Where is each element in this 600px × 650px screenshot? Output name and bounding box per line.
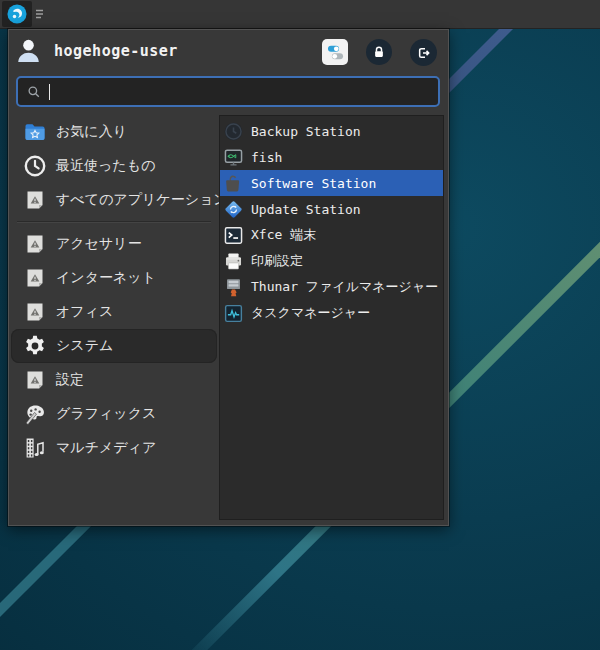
generic-app-icon bbox=[23, 368, 47, 392]
category-item[interactable]: グラフィックス bbox=[11, 397, 217, 431]
application-list: Backup Station fish Software Station Upd… bbox=[219, 115, 444, 520]
all-settings-button[interactable] bbox=[322, 39, 348, 65]
graphics-icon bbox=[23, 402, 47, 426]
category-label: マルチメディア bbox=[56, 439, 156, 457]
top-panel bbox=[0, 0, 600, 29]
whisker-menu-button[interactable] bbox=[2, 1, 32, 27]
search-input[interactable] bbox=[57, 84, 430, 99]
clock-icon bbox=[23, 154, 47, 178]
favorites-folder-icon bbox=[23, 120, 47, 144]
multimedia-icon bbox=[23, 436, 47, 460]
category-label: グラフィックス bbox=[56, 405, 156, 423]
log-out-button[interactable] bbox=[410, 39, 437, 66]
app-item[interactable]: Update Station bbox=[220, 196, 443, 222]
category-item[interactable]: システム bbox=[11, 329, 217, 363]
search-icon bbox=[26, 84, 42, 100]
app-item[interactable]: Software Station bbox=[220, 170, 443, 196]
app-label: Software Station bbox=[251, 176, 376, 191]
printer-icon bbox=[223, 251, 244, 272]
app-label: fish bbox=[251, 150, 282, 165]
fish-terminal-icon bbox=[223, 147, 244, 168]
app-item[interactable]: fish bbox=[220, 144, 443, 170]
category-item[interactable]: すべてのアプリケーション bbox=[11, 183, 217, 217]
update-station-icon bbox=[223, 199, 244, 220]
app-item[interactable]: タスクマネージャー bbox=[220, 300, 443, 326]
category-separator bbox=[17, 221, 211, 223]
software-station-icon bbox=[223, 173, 244, 194]
category-label: システム bbox=[56, 337, 113, 355]
category-item[interactable]: お気に入り bbox=[11, 115, 217, 149]
terminal-icon bbox=[223, 225, 244, 246]
whisker-menu-window: hogehoge-user お気に入り 最近使ったもの すべてのアプリケーション… bbox=[8, 29, 449, 526]
lock-screen-button[interactable] bbox=[366, 39, 392, 65]
category-label: 設定 bbox=[56, 371, 84, 389]
app-label: 印刷設定 bbox=[251, 252, 303, 270]
generic-app-icon bbox=[23, 188, 47, 212]
generic-app-icon bbox=[23, 232, 47, 256]
category-label: アクセサリー bbox=[56, 235, 142, 253]
logout-icon bbox=[416, 45, 432, 61]
app-item[interactable]: Thunar ファイルマネージャー bbox=[220, 274, 443, 300]
category-item[interactable]: オフィス bbox=[11, 295, 217, 329]
app-item[interactable]: Xfce 端末 bbox=[220, 222, 443, 248]
backup-station-icon bbox=[223, 121, 244, 142]
app-label: Update Station bbox=[251, 202, 361, 217]
app-label: タスクマネージャー bbox=[251, 304, 370, 322]
user-icon bbox=[14, 36, 43, 65]
category-label: すべてのアプリケーション bbox=[56, 191, 228, 209]
text-caret bbox=[49, 84, 50, 100]
generic-app-icon bbox=[23, 300, 47, 324]
app-item[interactable]: Backup Station bbox=[220, 118, 443, 144]
category-item[interactable]: 最近使ったもの bbox=[11, 149, 217, 183]
username: hogehoge-user bbox=[54, 42, 178, 60]
category-label: インターネット bbox=[56, 269, 156, 287]
distro-logo-icon bbox=[6, 3, 28, 25]
toggles-icon bbox=[326, 43, 345, 62]
category-item[interactable]: マルチメディア bbox=[11, 431, 217, 465]
gear-icon bbox=[23, 334, 47, 358]
generic-app-icon bbox=[23, 266, 47, 290]
app-label: Backup Station bbox=[251, 124, 361, 139]
category-label: オフィス bbox=[56, 303, 113, 321]
search-box[interactable] bbox=[16, 76, 440, 107]
app-item[interactable]: 印刷設定 bbox=[220, 248, 443, 274]
category-item[interactable]: 設定 bbox=[11, 363, 217, 397]
app-label: Xfce 端末 bbox=[251, 226, 316, 244]
app-label: Thunar ファイルマネージャー bbox=[251, 278, 438, 296]
lock-icon bbox=[371, 44, 387, 60]
menu-lines-icon[interactable] bbox=[35, 8, 45, 20]
task-manager-icon bbox=[223, 303, 244, 324]
category-item[interactable]: インターネット bbox=[11, 261, 217, 295]
category-label: 最近使ったもの bbox=[56, 157, 155, 175]
category-item[interactable]: アクセサリー bbox=[11, 227, 217, 261]
category-list: お気に入り 最近使ったもの すべてのアプリケーション アクセサリー インターネッ… bbox=[11, 115, 217, 465]
thunar-icon bbox=[223, 277, 244, 298]
category-label: お気に入り bbox=[56, 123, 127, 141]
